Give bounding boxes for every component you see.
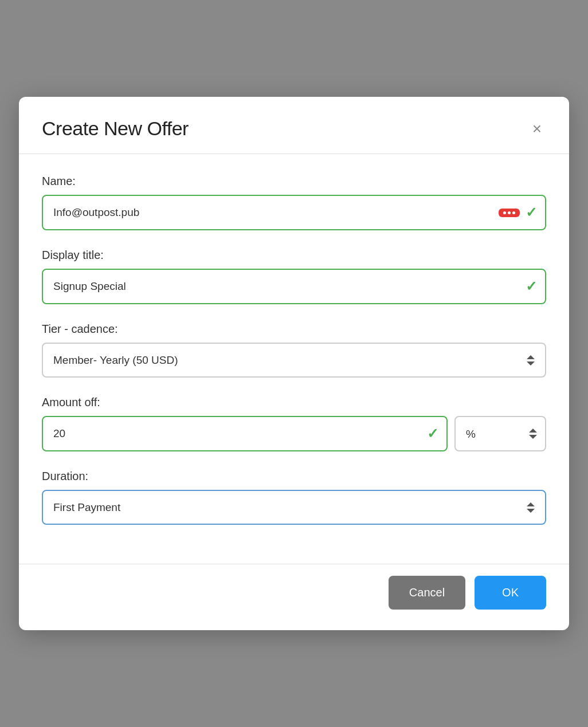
display-title-input[interactable] — [42, 269, 546, 304]
amount-off-field-group: Amount off: ✓ % USD — [42, 396, 546, 451]
name-input-icons: ✓ — [499, 205, 537, 221]
red-badge-icon — [499, 209, 520, 217]
cancel-button[interactable]: Cancel — [389, 576, 465, 610]
modal-title: Create New Offer — [42, 117, 189, 140]
name-label: Name: — [42, 175, 546, 188]
badge-dot-1 — [503, 211, 506, 214]
modal-footer: Cancel OK — [19, 564, 569, 630]
amount-input[interactable] — [42, 416, 448, 451]
tier-cadence-label: Tier - cadence: — [42, 323, 546, 336]
duration-select[interactable]: First Payment Forever Multiple Months — [42, 490, 546, 525]
display-title-check-icon: ✓ — [526, 278, 537, 294]
create-offer-modal: Create New Offer × Name: ✓ Display tit — [19, 97, 569, 630]
modal-body: Name: ✓ Display title: ✓ — [19, 154, 569, 557]
display-title-label: Display title: — [42, 249, 546, 262]
tier-cadence-select[interactable]: Member- Yearly (50 USD) Member- Monthly … — [42, 343, 546, 378]
name-input[interactable] — [42, 195, 546, 230]
amount-input-wrapper: ✓ — [42, 416, 448, 451]
duration-label: Duration: — [42, 470, 546, 483]
display-title-icons: ✓ — [526, 278, 537, 294]
ok-button[interactable]: OK — [475, 576, 546, 610]
name-input-wrapper: ✓ — [42, 195, 546, 230]
badge-dot-2 — [508, 211, 511, 214]
amount-check-icon: ✓ — [427, 426, 438, 442]
name-check-icon: ✓ — [526, 205, 537, 221]
badge-dot-3 — [512, 211, 515, 214]
close-button[interactable]: × — [528, 119, 546, 139]
modal-header: Create New Offer × — [19, 97, 569, 154]
duration-field-group: Duration: First Payment Forever Multiple… — [42, 470, 546, 525]
unit-select[interactable]: % USD — [454, 416, 546, 451]
display-title-field-group: Display title: ✓ — [42, 249, 546, 304]
amount-row: ✓ % USD — [42, 416, 546, 451]
display-title-input-wrapper: ✓ — [42, 269, 546, 304]
name-field-group: Name: ✓ — [42, 175, 546, 230]
amount-off-label: Amount off: — [42, 396, 546, 409]
tier-cadence-field-group: Tier - cadence: Member- Yearly (50 USD) … — [42, 323, 546, 378]
